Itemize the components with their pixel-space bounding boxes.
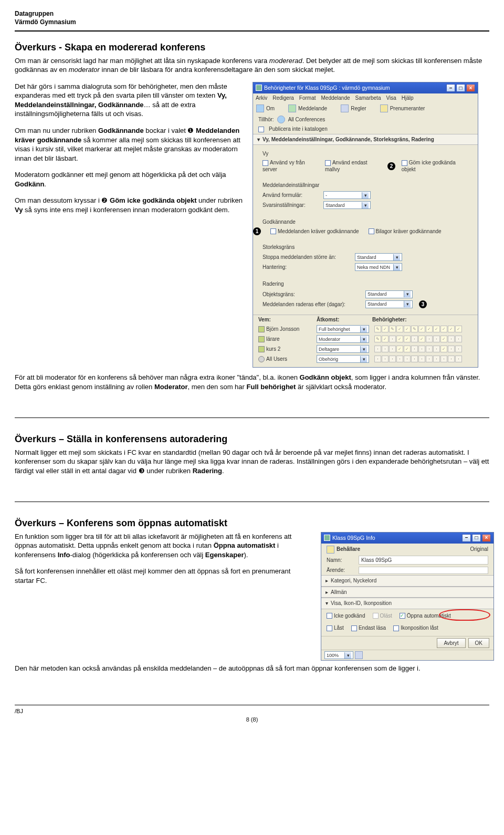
cancel-button[interactable]: Avbryt	[437, 638, 465, 649]
perm-row: Björn Jonsson Full behörighet▾ ✎✓✎✓✓✎✓✓✓…	[253, 324, 478, 334]
subject-field[interactable]	[359, 567, 488, 574]
locked-checkbox[interactable]	[327, 625, 332, 631]
footer-signature: /BJ	[15, 707, 489, 715]
minimize-button[interactable]: –	[446, 84, 455, 92]
red-ellipse-annotation	[439, 609, 490, 621]
info-dialog: Klass 09SpG Info – □ × Behållare Origina…	[321, 532, 494, 661]
header-rule	[15, 30, 489, 32]
role-dropdown[interactable]: Deltagare▾	[317, 345, 369, 353]
permissions-dialog: Behörigheter för Klass 09SpG : värmdö gy…	[253, 82, 478, 368]
handling-dropdown[interactable]: Neka med NDN▾	[355, 263, 402, 271]
dialog1-title: Behörigheter för Klass 09SpG : värmdö gy…	[264, 84, 390, 91]
dialog1-titlebar: Behörigheter för Klass 09SpG : värmdö gy…	[253, 82, 478, 93]
section1-p5: Om man dessutom kryssar i ❷ Göm icke god…	[15, 196, 243, 214]
section1-p4: Moderatorn godkänner ett mejl genom att …	[15, 170, 243, 189]
folder-icon	[327, 546, 334, 554]
rules-icon	[341, 105, 349, 112]
section3-title: Överkurs – Konferens som öppnas automati…	[15, 517, 489, 529]
form-dropdown[interactable]: -▾	[323, 191, 371, 199]
vy-title: Vy	[262, 150, 468, 158]
badge-1: 1	[253, 227, 261, 235]
user-icon	[258, 346, 265, 352]
exp-visa[interactable]: ▾Visa, Ikon-ID, Ikonposition	[321, 598, 494, 609]
dialog2-title: Klass 09SpG Info	[332, 534, 375, 541]
minimize-button[interactable]: –	[462, 534, 471, 542]
section-divider-2	[15, 502, 489, 502]
role-dropdown[interactable]: Obehörig▾	[317, 355, 369, 363]
section1-p2: Det här görs i samma dialogruta som för …	[15, 82, 243, 119]
user-icon	[258, 336, 265, 342]
exp-allman[interactable]: ▸Allmän	[321, 587, 494, 598]
role-dropdown[interactable]: Moderator▾	[317, 335, 369, 343]
dialog1-menubar[interactable]: ArkivRedigeraFormatMeddelandeSamarbetaVi…	[253, 93, 478, 103]
role-dropdown[interactable]: Full behörighet▾	[317, 325, 369, 333]
section3-p1: En funktion som ligger bra till för att …	[15, 532, 311, 560]
not-approved-checkbox[interactable]	[327, 613, 332, 619]
objlimit-dropdown[interactable]: Standard▾	[365, 290, 413, 298]
perm-row: kurs 2 Deltagare▾ ···✓✓····✓··	[253, 344, 478, 354]
tillhor-row: Tillhör: All Conferences	[253, 114, 478, 124]
badge-3: 3	[419, 300, 427, 308]
page-number: 8 (8)	[15, 716, 489, 724]
mi-title: Meddelandeinställningar	[262, 182, 468, 189]
close-button[interactable]: ×	[466, 84, 475, 92]
section1-p3: Om man nu under rubriken Godkännande boc…	[15, 126, 243, 163]
hide-unapproved-checkbox[interactable]	[402, 160, 407, 166]
vy-server-checkbox[interactable]	[262, 160, 268, 166]
subscribers-icon	[380, 105, 388, 112]
globe-icon	[277, 116, 285, 123]
zoom-icon[interactable]	[355, 651, 363, 659]
attach-approve-checkbox[interactable]	[369, 228, 374, 234]
section2-p1: Normalt ligger ett mejl som skickats i F…	[15, 448, 489, 476]
msg-approve-checkbox[interactable]	[270, 228, 276, 234]
publish-checkbox[interactable]	[258, 127, 264, 132]
size-limit-dropdown[interactable]: Standard▾	[355, 253, 402, 261]
gk-title: Godkännande	[262, 218, 468, 226]
ok-button[interactable]: OK	[468, 638, 489, 649]
footer-rule	[15, 705, 489, 705]
app-icon	[256, 85, 262, 91]
section2-title: Överkurs – Ställa in konferensens autora…	[15, 433, 489, 445]
exp-kategori[interactable]: ▸Kategori, Nyckelord	[321, 575, 494, 587]
section1-title: Överkurs - Skapa en modererad konferens	[15, 41, 489, 54]
close-button[interactable]: ×	[482, 534, 491, 542]
section-divider-1	[15, 418, 489, 418]
reply-dropdown[interactable]: Standard▾	[323, 201, 371, 209]
maximize-button[interactable]: □	[472, 534, 481, 542]
maximize-button[interactable]: □	[456, 84, 465, 92]
header-org-line1: Datagruppen	[15, 9, 489, 18]
badge-2: 2	[387, 162, 395, 170]
auto-open-checkbox[interactable]	[400, 613, 405, 619]
days-dropdown[interactable]: Standard▾	[365, 300, 413, 308]
sg-title: Storleksgräns	[262, 244, 468, 251]
app-icon	[324, 535, 330, 541]
section1-p6: För att bli moderator för en konferens s…	[15, 373, 489, 391]
section3-p3: Den här metoden kan också användas på en…	[15, 664, 489, 673]
perm-row: All Users Obehörig▾ ············	[253, 354, 478, 364]
user-icon	[258, 326, 265, 332]
expander[interactable]: ▾Vy, Meddelandeinställningar, Godkännand…	[253, 134, 478, 145]
readonly-checkbox[interactable]	[351, 625, 357, 631]
perm-row: lärare Moderator▾ ✎✓·✓✓·✓··✓··	[253, 334, 478, 344]
dialog2-titlebar: Klass 09SpG Info – □ ×	[321, 533, 494, 544]
vy-mallvy-checkbox[interactable]	[325, 160, 331, 166]
dialog1-tabs[interactable]: Om Meddelande Regler Prenumeranter	[253, 102, 478, 114]
section1-intro: Om man är censoriskt lagd har man möjlig…	[15, 56, 489, 75]
message-icon	[288, 105, 296, 112]
user-icon	[258, 356, 265, 362]
unread-checkbox	[373, 613, 379, 619]
iconpos-locked-checkbox[interactable]	[393, 625, 399, 631]
header-org-line2: Värmdö Gymnasium	[15, 18, 489, 26]
name-field[interactable]: Klass 09SpG	[359, 556, 488, 565]
zoom-dropdown[interactable]: 100%▾	[324, 651, 353, 659]
info-icon	[256, 105, 264, 112]
rad-title: Radering	[262, 280, 468, 288]
section3-p2: Så fort konferensen innehåller ett oläst…	[15, 567, 311, 585]
